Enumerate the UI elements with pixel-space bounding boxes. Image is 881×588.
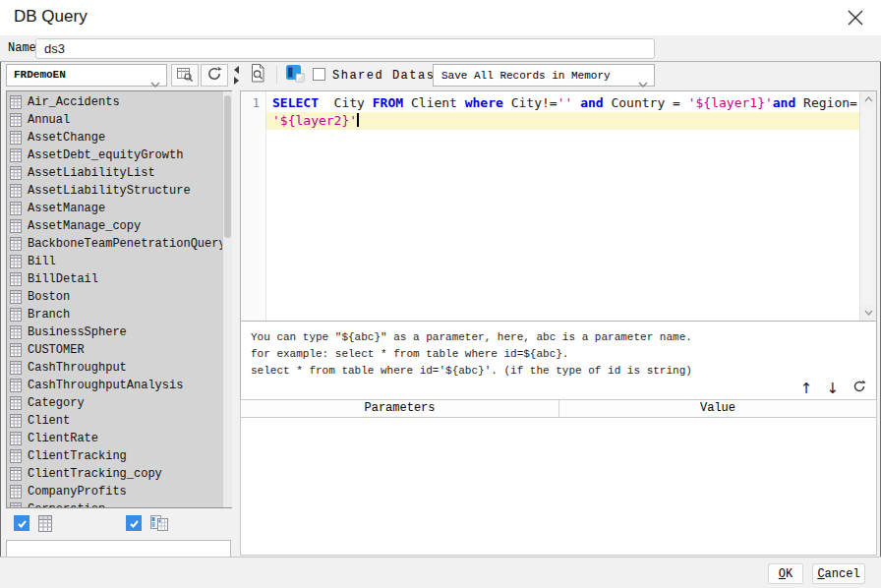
dialog-title: DB Query xyxy=(14,7,88,27)
table-icon xyxy=(10,414,22,428)
name-input[interactable] xyxy=(35,38,655,59)
collapse-left-icon[interactable] xyxy=(234,66,239,74)
table-icon xyxy=(10,237,22,251)
table-list-item[interactable]: Branch xyxy=(10,306,219,323)
table-list-item[interactable]: AssetChange xyxy=(10,129,219,147)
table-name: Branch xyxy=(28,308,70,322)
table-icon xyxy=(10,272,22,286)
table-icon xyxy=(10,325,22,339)
title-bar: DB Query xyxy=(0,0,881,35)
table-icon xyxy=(10,343,22,357)
table-list-item[interactable]: BackboneTeamPenetrationQuery xyxy=(10,235,219,253)
footer-bar: OK Cancel xyxy=(0,557,881,588)
scroll-up-button[interactable] xyxy=(860,91,876,107)
preview-icon xyxy=(249,63,266,87)
table-icon xyxy=(10,148,22,162)
scrollbar-thumb[interactable] xyxy=(224,95,231,238)
move-param-up-button[interactable]: ↑ xyxy=(800,381,813,396)
table-list-item[interactable]: AssetLiabilityList xyxy=(10,164,219,182)
table-list-item[interactable]: ClientRate xyxy=(10,430,219,447)
shared-dataset-button[interactable] xyxy=(282,63,308,87)
table-list-item[interactable]: Client xyxy=(10,412,219,430)
text-caret xyxy=(357,113,359,127)
table-list-item[interactable]: CUSTOMER xyxy=(10,341,219,359)
table-icon xyxy=(10,449,22,463)
cancel-button-label: Cancel xyxy=(817,565,860,583)
params-table-body[interactable] xyxy=(240,418,877,556)
table-icon xyxy=(10,131,22,145)
table-icon xyxy=(10,95,22,109)
table-list-item[interactable]: BillDetail xyxy=(10,270,219,288)
refresh-connection-button[interactable] xyxy=(201,64,228,87)
table-name: ClientTracking xyxy=(28,449,127,463)
table-list-item[interactable]: AssetManage_copy xyxy=(10,217,219,235)
table-list-item[interactable]: Boston xyxy=(10,288,219,306)
preview-data-button[interactable] xyxy=(245,63,270,87)
views-filter-icon xyxy=(149,513,170,537)
table-name: ClientRate xyxy=(28,432,98,445)
table-name: CUSTOMER xyxy=(28,343,85,357)
collapse-right-icon[interactable] xyxy=(234,77,239,85)
table-list-item[interactable]: Bill xyxy=(10,253,219,270)
table-icon xyxy=(10,202,22,215)
table-name: ClientTracking_copy xyxy=(28,467,162,481)
code-line-2: '${layer2}' xyxy=(266,112,859,130)
table-edit-icon xyxy=(176,66,194,86)
scroll-down-button[interactable] xyxy=(860,305,876,321)
table-list-item[interactable]: Annual xyxy=(10,111,219,129)
show-tables-checkbox[interactable] xyxy=(14,515,29,531)
table-list-item[interactable]: AssetManage xyxy=(10,200,219,217)
arrow-up-icon: ↑ xyxy=(800,380,813,397)
table-list-item[interactable]: CashThroughput xyxy=(10,359,219,377)
table-list-item[interactable]: AssetDebt_equityGrowth xyxy=(10,147,219,164)
table-icon xyxy=(10,290,22,304)
table-list-item[interactable]: CompanyProfits xyxy=(10,483,219,500)
toolbar-separator xyxy=(276,66,277,84)
table-list-scrollbar[interactable] xyxy=(222,91,232,507)
table-list-item[interactable]: Category xyxy=(10,394,219,412)
refresh-params-button[interactable] xyxy=(852,380,866,396)
chevron-down-icon xyxy=(150,74,160,91)
table-list-item[interactable]: CashThroughputAnalysis xyxy=(10,377,219,394)
table-name: AssetManage xyxy=(28,202,105,215)
shared-dataset-checkbox[interactable] xyxy=(313,68,325,81)
move-param-down-button[interactable]: ↓ xyxy=(826,381,839,396)
table-icon xyxy=(10,502,22,508)
sql-editor[interactable]: 1 SELECT City FROM Client where City!=''… xyxy=(240,90,877,322)
table-name: Annual xyxy=(28,113,70,127)
table-list-item[interactable]: AssetLiabilityStructure xyxy=(10,182,219,200)
table-list-item[interactable]: ClientTracking_copy xyxy=(10,465,219,483)
table-name: CompanyProfits xyxy=(28,485,127,499)
check-icon xyxy=(129,518,140,529)
name-row: Name: xyxy=(0,35,881,61)
refresh-icon xyxy=(852,380,866,397)
parameter-actions: ↑ ↓ xyxy=(800,380,866,396)
table-name: AssetLiabilityStructure xyxy=(28,184,191,198)
cancel-button[interactable]: Cancel xyxy=(812,563,865,584)
table-icon xyxy=(10,219,22,233)
table-list-item[interactable]: BusinessSphere xyxy=(10,323,219,341)
table-name: AssetChange xyxy=(28,131,105,145)
ok-button[interactable]: OK xyxy=(768,563,803,584)
table-name: AssetLiabilityList xyxy=(28,166,155,180)
save-mode-select[interactable]: Save All Records in Memory xyxy=(433,64,655,87)
save-mode-value: Save All Records in Memory xyxy=(441,70,611,82)
table-list-item[interactable]: Air_Accidents xyxy=(10,93,219,111)
table-icon xyxy=(10,467,22,481)
connection-select[interactable]: FRDemoEN xyxy=(6,64,167,87)
content-divider xyxy=(0,61,881,62)
table-name: Client xyxy=(28,414,70,428)
table-list-item[interactable]: Corporation xyxy=(10,500,219,508)
close-button[interactable] xyxy=(842,6,869,31)
table-name: Corporation xyxy=(28,502,105,508)
help-line: for example: select * from table where i… xyxy=(251,346,866,363)
table-list-item[interactable]: ClientTracking xyxy=(10,447,219,465)
table-name: CashThroughputAnalysis xyxy=(28,379,183,392)
show-views-checkbox[interactable] xyxy=(126,515,142,531)
editor-scrollbar[interactable] xyxy=(859,91,876,321)
line-number-gutter: 1 xyxy=(241,91,266,321)
check-icon xyxy=(17,518,28,529)
table-icon xyxy=(10,166,22,180)
table-icon xyxy=(10,485,22,499)
edit-connection-button[interactable] xyxy=(171,64,199,87)
